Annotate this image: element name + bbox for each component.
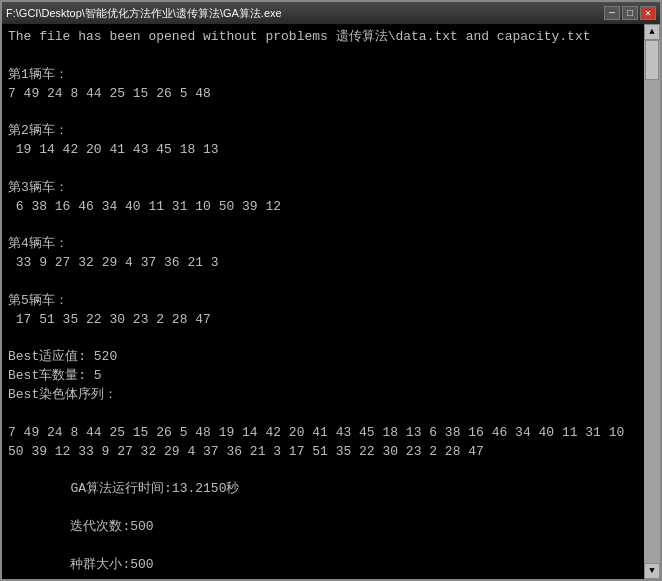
scrollbar-track[interactable] — [644, 40, 660, 563]
scrollbar[interactable]: ▲ ▼ — [644, 24, 660, 579]
title-bar: F:\GCI\Desktop\智能优化方法作业\遗传算法\GA算法.exe ─ … — [2, 2, 660, 24]
close-button[interactable]: ✕ — [640, 6, 656, 20]
terminal-output: The file has been opened without problem… — [2, 24, 644, 579]
title-text: F:\GCI\Desktop\智能优化方法作业\遗传算法\GA算法.exe — [6, 6, 282, 21]
scrollbar-down-button[interactable]: ▼ — [644, 563, 660, 579]
main-window: F:\GCI\Desktop\智能优化方法作业\遗传算法\GA算法.exe ─ … — [0, 0, 662, 581]
content-area: The file has been opened without problem… — [2, 24, 660, 579]
scrollbar-thumb[interactable] — [645, 40, 659, 80]
scrollbar-up-button[interactable]: ▲ — [644, 24, 660, 40]
minimize-button[interactable]: ─ — [604, 6, 620, 20]
maximize-button[interactable]: □ — [622, 6, 638, 20]
title-buttons: ─ □ ✕ — [604, 6, 656, 20]
